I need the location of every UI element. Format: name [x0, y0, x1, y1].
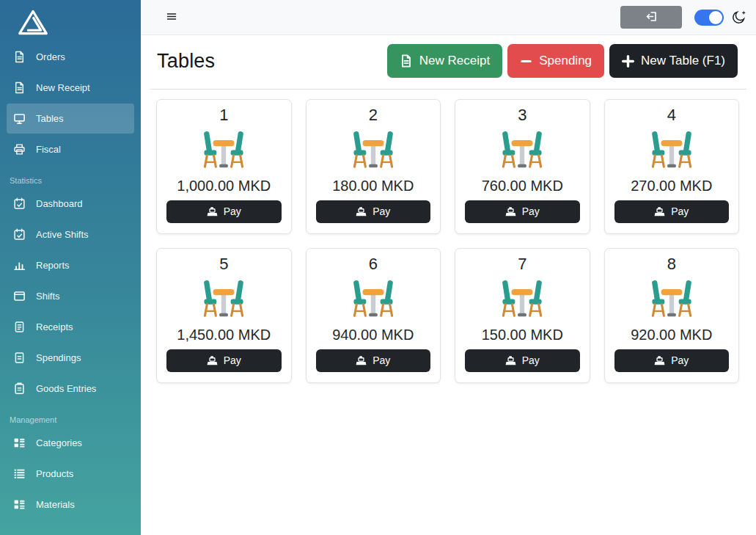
sidebar-item-dashboard[interactable]: Dashboard: [7, 189, 134, 219]
table-card-4[interactable]: 4 270.00 MKD Pay: [604, 99, 740, 234]
cash-register-icon: [505, 206, 516, 217]
sidebar-item-fiscal[interactable]: Fiscal: [7, 134, 134, 164]
sidebar-item-shifts[interactable]: Shifts: [7, 281, 134, 311]
table-card-2[interactable]: 2 180.00 MKD Pay: [306, 99, 441, 234]
pay-button[interactable]: Pay: [166, 349, 282, 372]
table-card-5[interactable]: 5 1,450.00 MKD Pay: [156, 248, 292, 383]
table-card-8[interactable]: 8 920.00 MKD Pay: [604, 248, 740, 383]
table-card-7[interactable]: 7 150.00 MKD Pay: [455, 248, 590, 383]
new-receipt-button[interactable]: New Receipt: [387, 44, 502, 78]
table-amount: 940.00 MKD: [332, 327, 414, 343]
minus-icon: [520, 55, 532, 68]
toggle-knob: [709, 11, 722, 24]
table-number: 2: [369, 106, 378, 124]
sidebar-item-label: Spendings: [36, 352, 81, 363]
bar-chart-icon: [13, 259, 26, 272]
table-card-6[interactable]: 6 940.00 MKD Pay: [306, 248, 441, 383]
action-button-label: New Receipt: [419, 54, 490, 68]
sidebar-item-label: Categories: [36, 437, 82, 448]
table-chairs-icon: [498, 130, 546, 171]
cash-register-icon: [356, 206, 367, 217]
sidebar-item-label: Tables: [36, 113, 64, 124]
cash-register-icon: [654, 355, 665, 366]
sidebar-item-orders[interactable]: Orders: [7, 42, 134, 72]
table-number: 6: [369, 255, 378, 273]
cash-register-icon: [505, 355, 516, 366]
sidebar-item-reports[interactable]: Reports: [7, 250, 134, 280]
penrose-triangle-logo: [18, 25, 48, 37]
pay-button[interactable]: Pay: [316, 349, 431, 372]
spending-button[interactable]: Spending: [507, 44, 604, 78]
topbar: [141, 0, 756, 35]
topbar-right: [620, 6, 746, 29]
tables-grid: 1 1,000.00 MKD Pay: [156, 99, 739, 383]
table-card-1[interactable]: 1 1,000.00 MKD Pay: [156, 99, 292, 234]
sidebar-item-label: Dashboard: [36, 198, 83, 209]
table-chairs-icon: [498, 279, 546, 320]
pay-button-label: Pay: [224, 354, 241, 366]
hamburger-icon: [166, 11, 177, 24]
sidebar-item-receipts[interactable]: Receipts: [7, 312, 134, 342]
pay-button[interactable]: Pay: [316, 200, 431, 223]
printer-icon: [13, 143, 26, 156]
divider: [150, 89, 746, 90]
sidebar-item-goods-entries[interactable]: Goods Entries: [7, 374, 134, 404]
page-header: Tables New Receipt Spending New Table (F…: [150, 35, 746, 78]
sidebar-item-products[interactable]: Products: [7, 459, 134, 489]
clipboard-icon: [13, 382, 26, 395]
pay-button[interactable]: Pay: [166, 200, 282, 223]
sidebar-item-label: Fiscal: [36, 144, 61, 155]
sidebar-item-label: Products: [36, 468, 73, 479]
page-title: Tables: [157, 50, 215, 73]
table-chairs-icon: [349, 130, 397, 171]
grid-list-icon: [13, 498, 26, 511]
table-number: 8: [667, 255, 676, 273]
menu-toggle-button[interactable]: [163, 8, 180, 27]
file-invoice-icon: [13, 51, 26, 63]
table-amount: 150.00 MKD: [482, 327, 563, 343]
sidebar-item-label: New Receipt: [36, 82, 90, 93]
table-number: 1: [219, 106, 228, 124]
sidebar-item-categories[interactable]: Categories: [7, 428, 134, 458]
pay-button-label: Pay: [671, 354, 689, 366]
table-card-3[interactable]: 3 760.00 MKD Pay: [455, 99, 590, 234]
table-amount: 180.00 MKD: [332, 178, 414, 194]
sidebar-item-spendings[interactable]: Spendings: [7, 343, 134, 373]
sidebar-item-label: Active Shifts: [36, 229, 89, 240]
pay-button[interactable]: Pay: [614, 349, 730, 372]
action-button-label: Spending: [539, 54, 592, 68]
table-amount: 920.00 MKD: [631, 327, 712, 343]
pay-button-label: Pay: [671, 205, 689, 217]
pay-button-label: Pay: [224, 205, 241, 217]
sidebar-item-label: Materials: [36, 499, 75, 510]
table-chairs-icon: [349, 279, 397, 320]
sidebar-item-active-shifts[interactable]: Active Shifts: [7, 219, 134, 250]
new-table-f1-button[interactable]: New Table (F1): [609, 44, 738, 78]
pay-button[interactable]: Pay: [465, 349, 580, 372]
moon-stars-icon: [731, 10, 746, 25]
grid-list-icon: [13, 437, 26, 449]
note-icon: [13, 352, 26, 364]
dark-mode-toggle[interactable]: [694, 10, 724, 26]
sidebar: Orders New Receipt Tables Fiscal Statist…: [0, 0, 141, 535]
calendar-check-icon: [13, 197, 26, 210]
pay-button[interactable]: Pay: [614, 200, 730, 223]
pay-button[interactable]: Pay: [465, 200, 580, 223]
content: Tables New Receipt Spending New Table (F…: [141, 35, 756, 535]
table-chairs-icon: [199, 130, 248, 171]
sidebar-item-tables[interactable]: Tables: [7, 103, 134, 134]
app-logo[interactable]: [0, 0, 141, 41]
table-number: 3: [518, 106, 526, 124]
table-amount: 270.00 MKD: [631, 178, 712, 194]
sidebar-item-materials[interactable]: Materials: [7, 489, 134, 520]
logout-button[interactable]: [620, 6, 682, 29]
sidebar-item-label: Goods Entries: [36, 383, 96, 394]
table-number: 7: [518, 255, 526, 273]
table-amount: 760.00 MKD: [482, 178, 563, 194]
table-chairs-icon: [199, 279, 248, 320]
pay-button-label: Pay: [522, 205, 540, 217]
plus-icon: [622, 55, 634, 68]
pay-button-label: Pay: [522, 354, 540, 366]
sidebar-item-new-receipt[interactable]: New Receipt: [7, 73, 134, 103]
calendar-check-icon: [13, 228, 26, 241]
